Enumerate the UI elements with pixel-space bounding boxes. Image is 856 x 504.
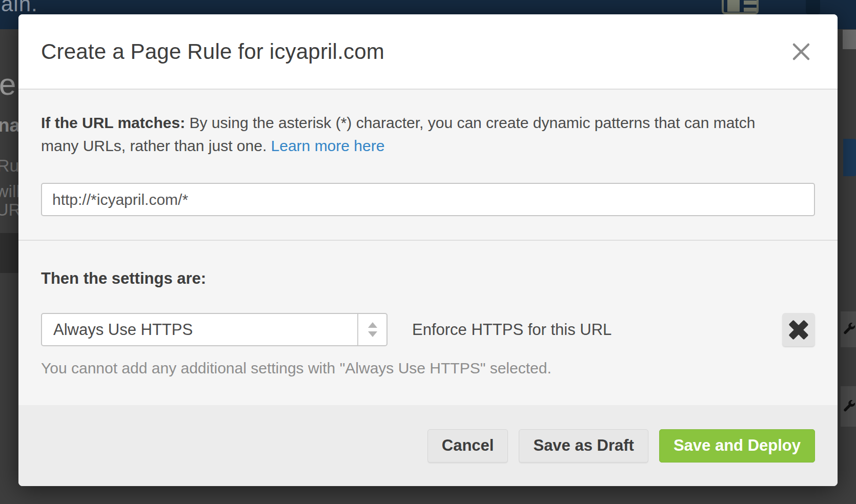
remove-setting-button[interactable] <box>782 313 815 346</box>
save-deploy-button[interactable]: Save and Deploy <box>659 429 815 463</box>
close-button[interactable] <box>788 39 814 65</box>
setting-row: Always Use HTTPS Enforce HTTPS for this … <box>41 313 815 346</box>
screen: ain. e nav Ru will UR Create a Page Rule… <box>0 0 856 504</box>
news-icon-line <box>744 8 757 12</box>
wrench-icon <box>842 399 856 414</box>
news-layout-icon <box>722 0 759 14</box>
learn-more-link[interactable]: Learn more here <box>271 137 385 154</box>
backdrop-text-fragment: UR <box>0 200 21 220</box>
news-icon-line <box>744 1 757 5</box>
select-spinner-icon <box>357 314 386 345</box>
save-draft-button[interactable]: Save as Draft <box>519 429 648 463</box>
modal-title: Create a Page Rule for icyapril.com <box>41 39 384 64</box>
modal-header: Create a Page Rule for icyapril.com <box>18 14 838 90</box>
url-match-section: If the URL matches: By using the asteris… <box>41 111 815 216</box>
backdrop-heading-fragment: e <box>0 67 16 102</box>
backdrop-wrench-button <box>841 311 856 347</box>
create-page-rule-modal: Create a Page Rule for icyapril.com If t… <box>18 14 838 486</box>
url-match-label: If the URL matches: <box>41 114 185 131</box>
remove-x-icon <box>788 320 809 340</box>
backdrop-text-fragment: will <box>0 181 20 201</box>
section-divider <box>18 240 838 241</box>
setting-description: Enforce HTTPS for this URL <box>412 321 612 339</box>
settings-heading: Then the settings are: <box>41 269 815 288</box>
backdrop-table-header-fragment <box>0 233 18 273</box>
setting-select[interactable]: Always Use HTTPS <box>41 313 388 346</box>
url-match-description: If the URL matches: By using the asteris… <box>41 111 789 157</box>
modal-body: If the URL matches: By using the asteris… <box>18 90 838 405</box>
backdrop-text-fragment: Ru <box>0 156 19 176</box>
modal-footer: Cancel Save as Draft Save and Deploy <box>18 405 838 486</box>
backdrop-wrench-button <box>841 386 856 427</box>
backdrop-navy-button-fragment <box>843 139 856 176</box>
partial-nav-icon <box>806 0 820 14</box>
backdrop-button-fragment <box>843 30 856 49</box>
url-pattern-input[interactable] <box>41 183 815 216</box>
arrow-up-icon <box>368 322 377 328</box>
cancel-button[interactable]: Cancel <box>427 429 508 463</box>
arrow-down-icon <box>368 331 377 337</box>
settings-helper-text: You cannot add any additional settings w… <box>41 360 815 377</box>
setting-select-value: Always Use HTTPS <box>53 321 193 339</box>
close-icon <box>791 42 811 61</box>
news-icon-block <box>727 0 740 12</box>
settings-section: Then the settings are: Always Use HTTPS … <box>41 269 815 377</box>
wrench-icon <box>842 322 856 337</box>
